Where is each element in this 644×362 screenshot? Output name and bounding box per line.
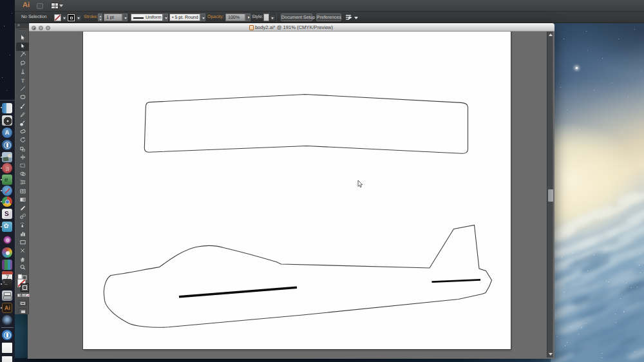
- svg-text:T: T: [21, 78, 24, 84]
